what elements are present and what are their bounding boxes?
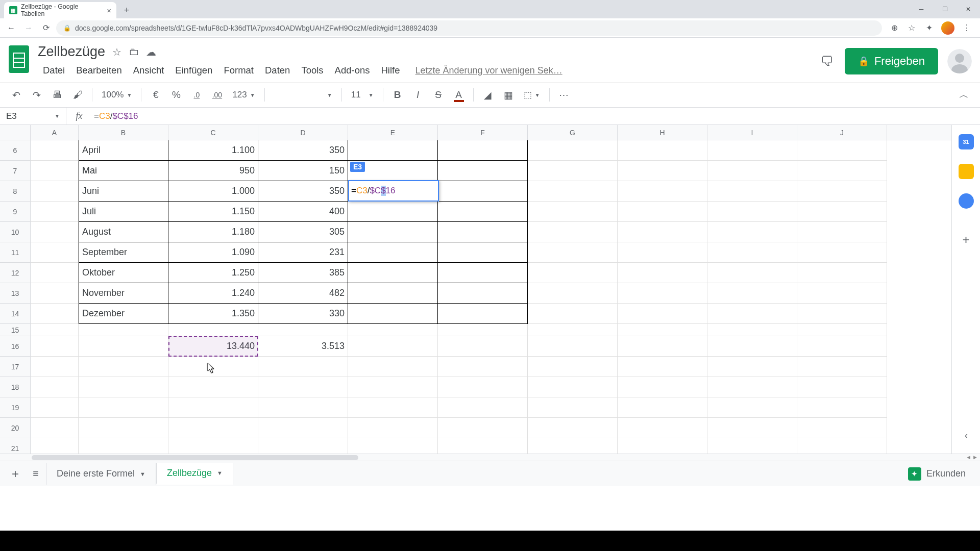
cell[interactable] (797, 324, 887, 336)
cell[interactable]: August (79, 222, 168, 242)
cell[interactable] (348, 438, 438, 454)
col-header-b[interactable]: B (79, 125, 168, 140)
cell[interactable] (797, 438, 887, 454)
cell[interactable] (31, 222, 79, 242)
cell[interactable] (79, 418, 168, 438)
extensions-icon[interactable]: ✦ (924, 23, 934, 33)
menu-addons[interactable]: Add-ons (330, 63, 375, 78)
cell[interactable] (618, 304, 707, 324)
menu-tools[interactable]: Tools (296, 63, 328, 78)
cell[interactable] (528, 304, 618, 324)
cell[interactable] (438, 336, 528, 357)
row-header[interactable]: 21 (0, 438, 31, 454)
cell[interactable] (528, 242, 618, 263)
cell[interactable] (797, 304, 887, 324)
percent-button[interactable]: % (167, 86, 185, 104)
cell[interactable] (797, 397, 887, 418)
back-button[interactable]: ← (4, 21, 18, 35)
cell[interactable]: 13.440 (168, 336, 258, 357)
cell[interactable] (258, 438, 348, 454)
cell[interactable] (258, 324, 348, 336)
col-header-j[interactable]: J (797, 125, 887, 140)
cell[interactable] (31, 357, 79, 377)
sheet-tab-2[interactable]: Zellbezüge▼ (156, 463, 233, 485)
cell[interactable]: 1.000 (168, 181, 258, 202)
cell[interactable] (31, 202, 79, 222)
cell[interactable] (707, 181, 797, 202)
cell[interactable] (797, 202, 887, 222)
col-header-h[interactable]: H (618, 125, 707, 140)
cell[interactable] (438, 242, 528, 263)
cell[interactable] (528, 161, 618, 181)
cell[interactable] (528, 181, 618, 202)
all-sheets-button[interactable]: ≡ (26, 464, 46, 484)
cell[interactable] (618, 438, 707, 454)
cell[interactable]: November (79, 283, 168, 304)
select-all-corner[interactable] (0, 125, 31, 140)
name-box[interactable]: E3▼ (0, 108, 66, 125)
cell[interactable] (438, 304, 528, 324)
cell[interactable] (168, 324, 258, 336)
font-size-select[interactable]: 11▼ (347, 90, 378, 100)
cell[interactable]: Mai (79, 161, 168, 181)
menu-help[interactable]: Hilfe (376, 63, 405, 78)
cell[interactable] (707, 324, 797, 336)
zoom-icon[interactable]: ⊕ (889, 23, 899, 33)
cell[interactable] (438, 377, 528, 397)
cell[interactable] (797, 242, 887, 263)
cell[interactable] (348, 304, 438, 324)
cell[interactable] (31, 140, 79, 161)
cell[interactable]: 1.240 (168, 283, 258, 304)
row-header[interactable]: 14 (0, 304, 31, 324)
cell[interactable]: 950 (168, 161, 258, 181)
cell[interactable] (528, 324, 618, 336)
menu-format[interactable]: Format (218, 63, 259, 78)
browser-profile-avatar[interactable] (941, 21, 954, 35)
cell[interactable] (348, 242, 438, 263)
cell[interactable] (348, 263, 438, 283)
cell[interactable] (707, 222, 797, 242)
cell[interactable] (438, 202, 528, 222)
move-icon[interactable]: 🗀 (129, 46, 139, 58)
cell[interactable] (707, 377, 797, 397)
cell[interactable] (528, 263, 618, 283)
row-header[interactable]: 13 (0, 283, 31, 304)
fill-color-button[interactable]: ◢ (479, 86, 497, 104)
cell[interactable] (618, 140, 707, 161)
col-header-i[interactable]: I (707, 125, 797, 140)
cell[interactable]: 231 (258, 242, 348, 263)
cell[interactable] (528, 202, 618, 222)
cell[interactable] (438, 357, 528, 377)
cell[interactable] (618, 357, 707, 377)
cell[interactable] (438, 161, 528, 181)
cell[interactable] (797, 357, 887, 377)
cell[interactable] (797, 161, 887, 181)
cell[interactable] (618, 336, 707, 357)
cell[interactable] (31, 283, 79, 304)
url-field[interactable]: 🔒 docs.google.com/spreadsheets/d/1GE-twl… (56, 20, 882, 36)
minimize-button[interactable]: ─ (910, 0, 933, 18)
cell[interactable] (707, 140, 797, 161)
cell[interactable]: 150 (258, 161, 348, 181)
cell[interactable] (31, 161, 79, 181)
cell[interactable]: Juli (79, 202, 168, 222)
tasks-sidebar-icon[interactable] (959, 193, 974, 209)
cell[interactable]: Oktober (79, 263, 168, 283)
cell[interactable] (348, 397, 438, 418)
text-color-button[interactable]: A (450, 86, 468, 104)
expand-sidebar-icon[interactable]: › (959, 429, 974, 444)
cell[interactable] (618, 377, 707, 397)
cell[interactable]: 1.100 (168, 140, 258, 161)
cell[interactable] (438, 140, 528, 161)
cell[interactable]: Juni (79, 181, 168, 202)
bold-button[interactable]: B (388, 86, 407, 104)
col-header-d[interactable]: D (258, 125, 348, 140)
cell[interactable] (348, 283, 438, 304)
cell[interactable]: 400 (258, 202, 348, 222)
cell[interactable] (258, 377, 348, 397)
borders-button[interactable]: ▦ (499, 86, 518, 104)
cell[interactable] (618, 161, 707, 181)
menu-insert[interactable]: Einfügen (170, 63, 217, 78)
increase-decimal-button[interactable]: .00 (208, 86, 226, 104)
more-toolbar-button[interactable]: ⋯ (555, 86, 573, 104)
